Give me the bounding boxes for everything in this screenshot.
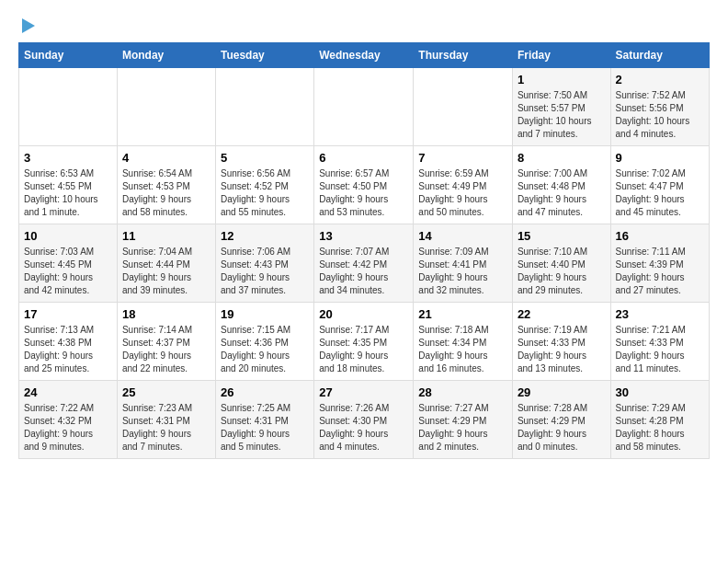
calendar-cell: 27Sunrise: 7:26 AM Sunset: 4:30 PM Dayli… xyxy=(314,381,414,459)
calendar-cell xyxy=(117,68,215,146)
calendar-cell xyxy=(314,68,414,146)
day-info: Sunrise: 7:29 AM Sunset: 4:28 PM Dayligh… xyxy=(616,402,704,454)
calendar-body: 1Sunrise: 7:50 AM Sunset: 5:57 PM Daylig… xyxy=(19,68,710,459)
week-row-5: 24Sunrise: 7:22 AM Sunset: 4:32 PM Dayli… xyxy=(19,381,710,459)
day-info: Sunrise: 7:02 AM Sunset: 4:47 PM Dayligh… xyxy=(616,167,704,219)
day-info: Sunrise: 7:10 AM Sunset: 4:40 PM Dayligh… xyxy=(518,246,606,297)
calendar-cell: 6Sunrise: 6:57 AM Sunset: 4:50 PM Daylig… xyxy=(314,146,414,224)
day-number: 29 xyxy=(518,385,606,399)
day-info: Sunrise: 6:54 AM Sunset: 4:53 PM Dayligh… xyxy=(122,167,210,219)
calendar-cell: 1Sunrise: 7:50 AM Sunset: 5:57 PM Daylig… xyxy=(512,68,610,146)
day-number: 22 xyxy=(518,307,606,321)
day-number: 19 xyxy=(221,307,309,321)
day-info: Sunrise: 7:23 AM Sunset: 4:31 PM Dayligh… xyxy=(122,402,210,454)
day-info: Sunrise: 7:09 AM Sunset: 4:41 PM Dayligh… xyxy=(418,246,507,297)
logo-arrow-icon xyxy=(22,18,35,33)
day-number: 11 xyxy=(122,229,210,243)
calendar-cell: 10Sunrise: 7:03 AM Sunset: 4:45 PM Dayli… xyxy=(19,224,118,303)
day-number: 2 xyxy=(616,73,704,86)
day-number: 4 xyxy=(122,151,210,165)
day-info: Sunrise: 7:15 AM Sunset: 4:36 PM Dayligh… xyxy=(221,324,309,375)
weekday-thursday: Thursday xyxy=(414,43,513,68)
day-number: 1 xyxy=(518,73,606,86)
header xyxy=(18,18,710,33)
day-number: 30 xyxy=(616,385,704,399)
week-row-2: 3Sunrise: 6:53 AM Sunset: 4:55 PM Daylig… xyxy=(19,146,710,224)
calendar-cell xyxy=(19,68,118,146)
day-info: Sunrise: 7:03 AM Sunset: 4:45 PM Dayligh… xyxy=(24,246,112,297)
day-info: Sunrise: 7:19 AM Sunset: 4:33 PM Dayligh… xyxy=(518,324,606,375)
calendar-cell: 16Sunrise: 7:11 AM Sunset: 4:39 PM Dayli… xyxy=(610,224,709,303)
calendar-cell xyxy=(215,68,313,146)
weekday-saturday: Saturday xyxy=(610,43,709,68)
calendar-table: SundayMondayTuesdayWednesdayThursdayFrid… xyxy=(18,42,710,459)
day-info: Sunrise: 7:17 AM Sunset: 4:35 PM Dayligh… xyxy=(319,324,408,375)
day-number: 12 xyxy=(221,229,309,243)
day-number: 28 xyxy=(418,385,507,399)
day-number: 21 xyxy=(418,307,507,321)
week-row-4: 17Sunrise: 7:13 AM Sunset: 4:38 PM Dayli… xyxy=(19,303,710,381)
day-number: 8 xyxy=(518,151,606,165)
calendar-cell: 12Sunrise: 7:06 AM Sunset: 4:43 PM Dayli… xyxy=(215,224,313,303)
weekday-monday: Monday xyxy=(117,43,215,68)
day-number: 27 xyxy=(319,385,408,399)
week-row-1: 1Sunrise: 7:50 AM Sunset: 5:57 PM Daylig… xyxy=(19,68,710,146)
day-info: Sunrise: 7:52 AM Sunset: 5:56 PM Dayligh… xyxy=(616,89,704,141)
day-info: Sunrise: 7:22 AM Sunset: 4:32 PM Dayligh… xyxy=(24,402,112,454)
day-info: Sunrise: 7:28 AM Sunset: 4:29 PM Dayligh… xyxy=(518,402,606,454)
day-info: Sunrise: 7:11 AM Sunset: 4:39 PM Dayligh… xyxy=(616,246,704,297)
day-number: 18 xyxy=(122,307,210,321)
day-number: 3 xyxy=(24,151,112,165)
day-info: Sunrise: 7:00 AM Sunset: 4:48 PM Dayligh… xyxy=(518,167,606,219)
day-info: Sunrise: 6:59 AM Sunset: 4:49 PM Dayligh… xyxy=(418,167,507,219)
calendar-cell: 14Sunrise: 7:09 AM Sunset: 4:41 PM Dayli… xyxy=(414,224,513,303)
calendar-cell: 2Sunrise: 7:52 AM Sunset: 5:56 PM Daylig… xyxy=(610,68,709,146)
day-number: 24 xyxy=(24,385,112,399)
calendar-cell: 11Sunrise: 7:04 AM Sunset: 4:44 PM Dayli… xyxy=(117,224,215,303)
calendar-cell: 17Sunrise: 7:13 AM Sunset: 4:38 PM Dayli… xyxy=(19,303,118,381)
calendar-cell: 30Sunrise: 7:29 AM Sunset: 4:28 PM Dayli… xyxy=(610,381,709,459)
week-row-3: 10Sunrise: 7:03 AM Sunset: 4:45 PM Dayli… xyxy=(19,224,710,303)
calendar-cell: 29Sunrise: 7:28 AM Sunset: 4:29 PM Dayli… xyxy=(512,381,610,459)
day-info: Sunrise: 7:07 AM Sunset: 4:42 PM Dayligh… xyxy=(319,246,408,297)
day-number: 5 xyxy=(221,151,309,165)
calendar-cell: 26Sunrise: 7:25 AM Sunset: 4:31 PM Dayli… xyxy=(215,381,313,459)
day-info: Sunrise: 7:26 AM Sunset: 4:30 PM Dayligh… xyxy=(319,402,408,454)
calendar-cell: 9Sunrise: 7:02 AM Sunset: 4:47 PM Daylig… xyxy=(610,146,709,224)
day-number: 9 xyxy=(616,151,704,165)
calendar-cell xyxy=(414,68,513,146)
calendar-cell: 22Sunrise: 7:19 AM Sunset: 4:33 PM Dayli… xyxy=(512,303,610,381)
day-number: 20 xyxy=(319,307,408,321)
day-number: 10 xyxy=(24,229,112,243)
day-number: 17 xyxy=(24,307,112,321)
calendar-cell: 7Sunrise: 6:59 AM Sunset: 4:49 PM Daylig… xyxy=(414,146,513,224)
calendar-cell: 23Sunrise: 7:21 AM Sunset: 4:33 PM Dayli… xyxy=(610,303,709,381)
day-number: 23 xyxy=(616,307,704,321)
day-number: 14 xyxy=(418,229,507,243)
calendar-cell: 24Sunrise: 7:22 AM Sunset: 4:32 PM Dayli… xyxy=(19,381,118,459)
day-info: Sunrise: 7:14 AM Sunset: 4:37 PM Dayligh… xyxy=(122,324,210,375)
calendar-cell: 19Sunrise: 7:15 AM Sunset: 4:36 PM Dayli… xyxy=(215,303,313,381)
weekday-friday: Friday xyxy=(512,43,610,68)
calendar-cell: 15Sunrise: 7:10 AM Sunset: 4:40 PM Dayli… xyxy=(512,224,610,303)
day-info: Sunrise: 7:50 AM Sunset: 5:57 PM Dayligh… xyxy=(518,89,606,141)
day-number: 16 xyxy=(616,229,704,243)
day-info: Sunrise: 7:27 AM Sunset: 4:29 PM Dayligh… xyxy=(418,402,507,454)
calendar-cell: 4Sunrise: 6:54 AM Sunset: 4:53 PM Daylig… xyxy=(117,146,215,224)
calendar-cell: 3Sunrise: 6:53 AM Sunset: 4:55 PM Daylig… xyxy=(19,146,118,224)
day-info: Sunrise: 6:56 AM Sunset: 4:52 PM Dayligh… xyxy=(221,167,309,219)
logo xyxy=(18,18,35,33)
day-info: Sunrise: 7:18 AM Sunset: 4:34 PM Dayligh… xyxy=(418,324,507,375)
calendar-cell: 21Sunrise: 7:18 AM Sunset: 4:34 PM Dayli… xyxy=(414,303,513,381)
day-number: 25 xyxy=(122,385,210,399)
day-info: Sunrise: 7:06 AM Sunset: 4:43 PM Dayligh… xyxy=(221,246,309,297)
day-number: 7 xyxy=(418,151,507,165)
calendar-cell: 8Sunrise: 7:00 AM Sunset: 4:48 PM Daylig… xyxy=(512,146,610,224)
day-number: 13 xyxy=(319,229,408,243)
calendar-cell: 13Sunrise: 7:07 AM Sunset: 4:42 PM Dayli… xyxy=(314,224,414,303)
day-number: 15 xyxy=(518,229,606,243)
day-info: Sunrise: 7:25 AM Sunset: 4:31 PM Dayligh… xyxy=(221,402,309,454)
calendar-cell: 5Sunrise: 6:56 AM Sunset: 4:52 PM Daylig… xyxy=(215,146,313,224)
day-info: Sunrise: 7:04 AM Sunset: 4:44 PM Dayligh… xyxy=(122,246,210,297)
day-number: 6 xyxy=(319,151,408,165)
